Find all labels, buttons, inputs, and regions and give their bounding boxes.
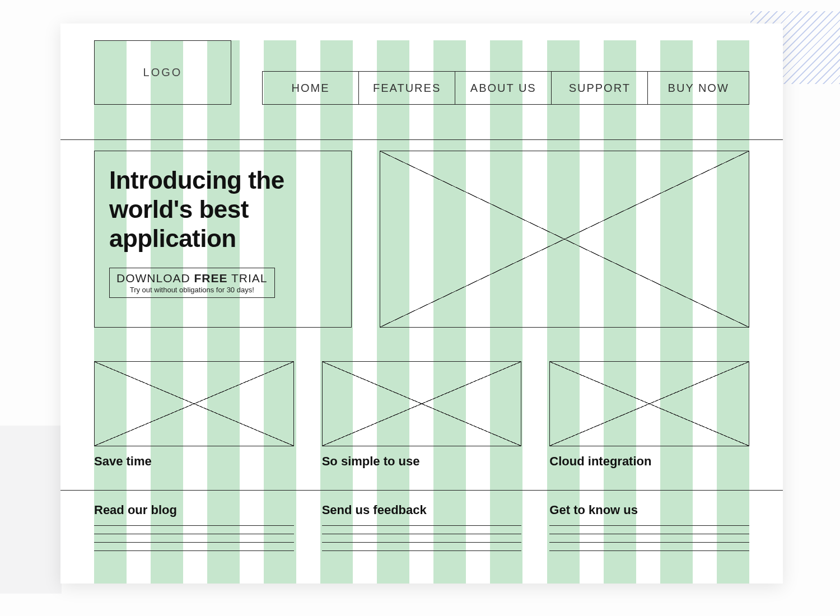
hero-image-placeholder [380, 151, 749, 328]
footer-title[interactable]: Read our blog [94, 503, 294, 517]
text-line-placeholder [549, 542, 749, 543]
nav-features[interactable]: FEATURES [359, 72, 455, 104]
nav-buy-now[interactable]: BUY NOW [648, 72, 749, 104]
text-line-placeholder [94, 525, 294, 526]
feature-card-2: So simple to use [322, 361, 522, 469]
feature-image-placeholder [94, 361, 294, 446]
nav-about-us[interactable]: ABOUT US [455, 72, 552, 104]
footer-title[interactable]: Send us feedback [322, 503, 522, 517]
logo-placeholder[interactable]: LOGO [94, 40, 231, 105]
text-line-placeholder [322, 525, 522, 526]
decorative-block [0, 426, 62, 594]
footer-title[interactable]: Get to know us [549, 503, 749, 517]
feature-image-placeholder [549, 361, 749, 446]
section-divider [60, 490, 783, 491]
text-line-placeholder [94, 542, 294, 543]
wireframe-canvas: LOGO HOME FEATURES ABOUT US SUPPORT BUY … [60, 24, 783, 584]
nav-support[interactable]: SUPPORT [552, 72, 648, 104]
download-trial-button[interactable]: DOWNLOAD FREE TRIAL Try out without obli… [109, 268, 275, 298]
cta-strong: FREE [194, 272, 228, 284]
text-line-placeholder [549, 534, 749, 534]
hero-section: Introducing the world's best application… [94, 151, 749, 328]
footer-col-feedback: Send us feedback [322, 503, 522, 551]
text-line-placeholder [549, 525, 749, 526]
site-header: LOGO HOME FEATURES ABOUT US SUPPORT BUY … [94, 40, 749, 105]
text-line-placeholder [322, 550, 522, 551]
feature-label: So simple to use [322, 454, 522, 469]
nav-home[interactable]: HOME [263, 72, 359, 104]
feature-image-placeholder [322, 361, 522, 446]
hero-title: Introducing the world's best application [109, 166, 337, 253]
text-line-placeholder [322, 542, 522, 543]
text-line-placeholder [322, 534, 522, 534]
feature-label: Cloud integration [549, 454, 749, 469]
cta-suffix: TRIAL [228, 272, 268, 284]
main-nav: HOME FEATURES ABOUT US SUPPORT BUY NOW [262, 71, 749, 105]
footer-col-about: Get to know us [549, 503, 749, 551]
features-row: Save time So simple to use Cloud integra… [94, 361, 749, 469]
cta-subtext: Try out without obligations for 30 days! [116, 286, 268, 294]
cta-main-line: DOWNLOAD FREE TRIAL [116, 272, 268, 285]
feature-label: Save time [94, 454, 294, 469]
text-line-placeholder [94, 550, 294, 551]
hero-text-block: Introducing the world's best application… [94, 151, 352, 328]
footer-links: Read our blog Send us feedback Get to kn… [94, 503, 749, 551]
cta-prefix: DOWNLOAD [116, 272, 194, 284]
feature-card-1: Save time [94, 361, 294, 469]
text-line-placeholder [94, 534, 294, 534]
footer-col-blog: Read our blog [94, 503, 294, 551]
text-line-placeholder [549, 550, 749, 551]
feature-card-3: Cloud integration [549, 361, 749, 469]
